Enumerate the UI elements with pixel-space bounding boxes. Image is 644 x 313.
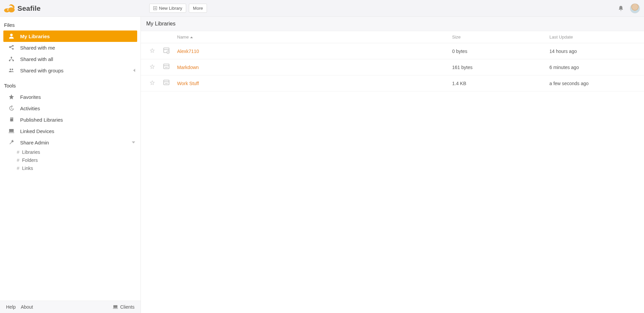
sort-asc-icon	[190, 37, 193, 38]
sidebar-item-favorites[interactable]: Favorites	[3, 91, 137, 103]
library-updated: 14 hours ago	[547, 43, 644, 59]
svg-rect-5	[164, 64, 169, 69]
star-icon	[8, 94, 15, 100]
library-icon	[162, 82, 170, 88]
sidebar-footer: Help About Clients	[0, 301, 141, 313]
sidebar-subitem-libraries[interactable]: # Libraries	[3, 148, 137, 156]
app-name: Seafile	[17, 4, 41, 12]
star-toggle[interactable]	[150, 49, 155, 54]
plus-icon	[153, 6, 157, 10]
group-icon	[8, 67, 15, 73]
seafile-logo-icon	[3, 3, 15, 13]
hash-icon: #	[17, 149, 19, 155]
library-name-link[interactable]: Work Stuff	[177, 81, 199, 86]
footer-clients-link[interactable]: Clients	[113, 304, 135, 310]
footer-help-link[interactable]: Help	[6, 304, 16, 310]
library-updated: 6 minutes ago	[547, 59, 644, 75]
star-toggle[interactable]	[150, 81, 155, 86]
sidebar-item-label: Favorites	[20, 94, 41, 100]
topbar: Seafile New Library More	[0, 0, 644, 17]
star-toggle[interactable]	[150, 65, 155, 70]
sidebar-item-my-libraries[interactable]: My Libraries	[3, 30, 137, 42]
table-row: Markdown 161 bytes 6 minutes ago	[141, 59, 644, 75]
sidebar-item-label: Linked Devices	[20, 128, 54, 134]
sidebar-item-share-admin[interactable]: Share Admin	[3, 137, 137, 148]
sidebar-item-published-libraries[interactable]: Published Libraries	[3, 114, 137, 125]
more-label: More	[193, 6, 203, 11]
library-readonly-icon	[162, 50, 170, 56]
wrench-icon	[8, 139, 15, 145]
sidebar-subitem-label: Libraries	[22, 149, 40, 155]
share-icon	[8, 45, 15, 51]
library-name-link[interactable]: Markdown	[177, 65, 199, 70]
sidebar-subitem-links[interactable]: # Links	[3, 164, 137, 172]
column-header-last-update[interactable]: Last Update	[547, 31, 644, 43]
org-icon	[8, 56, 15, 62]
sidebar-item-activities[interactable]: Activities	[3, 103, 137, 114]
new-library-button[interactable]: New Library	[149, 4, 186, 13]
sidebar-subitem-label: Links	[22, 166, 33, 171]
hash-icon: #	[17, 166, 19, 171]
caret-down-icon	[132, 141, 135, 143]
svg-point-2	[7, 9, 9, 10]
sidebar-subitem-label: Folders	[22, 158, 38, 163]
footer-about-link[interactable]: About	[21, 304, 33, 310]
sidebar-item-label: My Libraries	[20, 34, 50, 39]
column-header-size[interactable]: Size	[449, 31, 547, 43]
sidebar-item-shared-with-groups[interactable]: Shared with groups	[3, 65, 137, 76]
sidebar-item-label: Share Admin	[20, 140, 49, 145]
sidebar-item-shared-with-me[interactable]: Shared with me	[3, 42, 137, 53]
footer-clients-label: Clients	[120, 304, 135, 310]
person-icon	[8, 33, 15, 39]
notifications-icon[interactable]	[618, 5, 624, 11]
sidebar-item-label: Shared with groups	[20, 68, 63, 73]
libraries-table: Name Size Last Update Alexk7110 0 bytes	[141, 31, 644, 91]
app-logo[interactable]: Seafile	[3, 3, 149, 13]
toolbar: New Library More	[149, 4, 207, 13]
table-row: Work Stuff 1.4 KB a few seconds ago	[141, 75, 644, 91]
monitor-icon	[113, 304, 118, 310]
page-title: My Libraries	[141, 17, 644, 31]
sidebar-item-linked-devices[interactable]: Linked Devices	[3, 125, 137, 137]
history-icon	[8, 105, 15, 111]
svg-rect-6	[164, 80, 169, 85]
sidebar: Files My Libraries Shared with me Shared…	[0, 17, 141, 313]
hash-icon: #	[17, 158, 19, 163]
library-size: 1.4 KB	[449, 75, 547, 91]
sidebar-heading-tools: Tools	[3, 81, 137, 91]
sidebar-item-shared-with-all[interactable]: Shared with all	[3, 53, 137, 65]
caret-left-icon	[133, 69, 135, 72]
new-library-label: New Library	[159, 6, 182, 11]
monitor-icon	[8, 128, 15, 134]
sidebar-item-label: Published Libraries	[20, 117, 63, 123]
library-size: 0 bytes	[449, 43, 547, 59]
table-row: Alexk7110 0 bytes 14 hours ago	[141, 43, 644, 59]
library-updated: a few seconds ago	[547, 75, 644, 91]
sidebar-item-label: Shared with me	[20, 45, 55, 51]
user-avatar[interactable]	[630, 3, 640, 13]
sidebar-subitem-folders[interactable]: # Folders	[3, 156, 137, 164]
sidebar-heading-files: Files	[3, 20, 137, 30]
column-header-name[interactable]: Name	[174, 31, 449, 43]
sidebar-item-label: Activities	[20, 106, 40, 111]
sidebar-item-label: Shared with all	[20, 56, 53, 62]
content: My Libraries Name Size Last Update	[141, 17, 644, 313]
library-name-link[interactable]: Alexk7110	[177, 49, 199, 54]
book-icon	[8, 117, 15, 123]
library-icon	[162, 66, 170, 72]
more-button[interactable]: More	[189, 4, 207, 13]
library-size: 161 bytes	[449, 59, 547, 75]
